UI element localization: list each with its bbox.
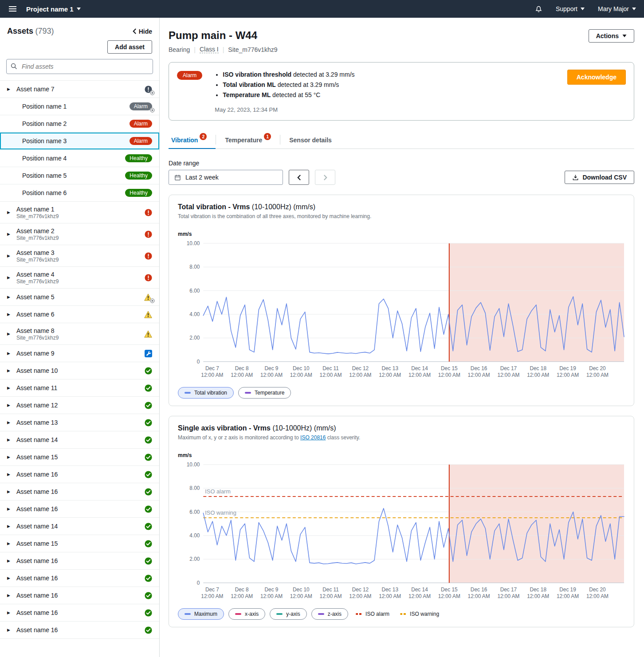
expand-caret-icon[interactable]: ▶ (7, 559, 12, 563)
series-swatch-icon (276, 613, 283, 615)
asset-row[interactable]: ▶Asset name 16 (0, 604, 159, 622)
expand-caret-icon[interactable]: ▶ (7, 254, 12, 258)
asset-row[interactable]: ▶Asset name 16 (0, 483, 159, 501)
tab-vibration[interactable]: Vibration2 (169, 137, 216, 149)
legend-item-temperature[interactable]: Temperature (238, 387, 291, 399)
asset-class-link[interactable]: Class I (200, 46, 219, 53)
menu-icon[interactable] (8, 4, 17, 13)
asset-row[interactable]: ▶Asset name 6 (0, 306, 159, 323)
date-range-select[interactable]: Last 2 week (169, 170, 283, 185)
asset-row[interactable]: ▶Asset name 11 (0, 379, 159, 397)
expand-caret-icon[interactable]: ▶ (7, 628, 12, 632)
asset-row[interactable]: ▶Asset name 14 (0, 431, 159, 449)
asset-row[interactable]: ▶Asset name 15 (0, 535, 159, 552)
expand-caret-icon[interactable]: ▶ (7, 524, 12, 528)
legend-item-total-vibration[interactable]: Total vibration (178, 387, 234, 399)
asset-row[interactable]: ▶Asset name 4Site_m776v1khz9 (0, 267, 159, 289)
svg-text:12:00 AM: 12:00 AM (468, 372, 490, 378)
expand-caret-icon[interactable]: ▶ (7, 507, 12, 511)
expand-caret-icon[interactable]: ▶ (7, 312, 12, 317)
expand-caret-icon[interactable]: ▶ (7, 210, 12, 215)
asset-row[interactable]: ▶Asset name 9 (0, 345, 159, 362)
previous-range-button[interactable] (289, 170, 309, 185)
asset-row[interactable]: ▶Asset name 2Site_m776v1khz9 (0, 223, 159, 245)
next-range-button[interactable] (315, 170, 335, 185)
iso-20816-link[interactable]: ISO 20816 (300, 434, 326, 441)
position-row[interactable]: Position name 2Alarm (0, 115, 159, 133)
expand-caret-icon[interactable]: ▶ (7, 332, 12, 336)
asset-row[interactable]: ▶Asset name 13 (0, 414, 159, 431)
expand-caret-icon[interactable]: ▶ (7, 295, 12, 299)
asset-row[interactable]: ▶Asset name 8Site_m776v1khz9 (0, 323, 159, 345)
svg-text:Dec 9: Dec 9 (265, 587, 279, 593)
calendar-icon (174, 174, 181, 181)
svg-text:12:00 AM: 12:00 AM (557, 594, 579, 600)
legend-item-x-axis[interactable]: x-axis (228, 608, 265, 620)
alert-message: Total vibration ML detected at 3.29 mm/s (223, 80, 554, 90)
expand-caret-icon[interactable]: ▶ (7, 87, 12, 91)
asset-row[interactable]: ▶Asset name 1Site_m776v1khz9 (0, 202, 159, 223)
svg-text:12:00 AM: 12:00 AM (438, 594, 460, 600)
notifications-bell-icon[interactable] (535, 5, 542, 13)
search-input[interactable] (6, 59, 153, 74)
expand-caret-icon[interactable]: ▶ (7, 438, 12, 442)
svg-text:12:00 AM: 12:00 AM (201, 372, 223, 378)
actions-button[interactable]: Actions (589, 29, 634, 43)
expand-caret-icon[interactable]: ▶ (7, 489, 12, 494)
series-swatch-icon (400, 613, 406, 615)
expand-caret-icon[interactable]: ▶ (7, 576, 12, 580)
tab-sensor-details[interactable]: Sensor details (280, 137, 341, 149)
position-row[interactable]: Position name 5Healthy (0, 167, 159, 184)
expand-caret-icon[interactable]: ▶ (7, 455, 12, 459)
asset-row[interactable]: ▶Asset name 12 (0, 397, 159, 414)
hide-panel-link[interactable]: Hide (133, 28, 152, 35)
legend-item-iso-alarm[interactable]: ISO alarm (353, 608, 393, 620)
expand-caret-icon[interactable]: ▶ (7, 351, 12, 356)
user-menu[interactable]: Mary Major (598, 5, 636, 12)
position-row[interactable]: Position name 4Healthy (0, 150, 159, 167)
expand-caret-icon[interactable]: ▶ (7, 610, 12, 615)
position-row[interactable]: Position name 1Alarm (0, 98, 159, 115)
expand-caret-icon[interactable]: ▶ (7, 420, 12, 425)
status-error-icon (145, 274, 152, 282)
position-row[interactable]: Position name 6Healthy (0, 184, 159, 202)
expand-caret-icon[interactable]: ▶ (7, 386, 12, 390)
asset-row[interactable]: ▶Asset name 16 (0, 570, 159, 587)
tab-temperature[interactable]: Temperature1 (216, 137, 280, 149)
asset-row[interactable]: ▶Asset name 16 (0, 587, 159, 604)
expand-caret-icon[interactable]: ▶ (7, 593, 12, 598)
legend-item-iso-warning[interactable]: ISO warning (397, 608, 442, 620)
expand-caret-icon[interactable]: ▶ (7, 541, 12, 546)
asset-row[interactable]: ▶Asset name 7 (0, 81, 159, 98)
status-healthy-icon (145, 592, 152, 599)
asset-row[interactable]: ▶Asset name 14 (0, 518, 159, 535)
svg-text:12:00 AM: 12:00 AM (497, 594, 519, 600)
asset-row[interactable]: ▶Asset name 10 (0, 362, 159, 379)
add-asset-button[interactable]: Add asset (107, 40, 152, 54)
project-selector[interactable]: Project name 1 (26, 5, 81, 13)
asset-row[interactable]: ▶Asset name 16 (0, 622, 159, 639)
status-healthy-icon (145, 384, 152, 392)
asset-row[interactable]: ▶Asset name 16 (0, 501, 159, 518)
expand-caret-icon[interactable]: ▶ (7, 275, 12, 280)
asset-row[interactable]: ▶Asset name 5 (0, 289, 159, 306)
item-label: Position name 4 (22, 155, 67, 162)
download-csv-button[interactable]: Download CSV (565, 171, 634, 184)
total-vibration-chart[interactable]: 02.004.006.008.0010.00Dec 712:00 AMDec 8… (178, 240, 625, 381)
legend-item-z-axis[interactable]: z-axis (311, 608, 348, 620)
item-label: Asset name 16 (16, 609, 58, 616)
position-row[interactable]: Position name 3Alarm (0, 133, 159, 150)
legend-item-maximum[interactable]: Maximum (178, 608, 224, 620)
support-menu[interactable]: Support (556, 5, 585, 12)
expand-caret-icon[interactable]: ▶ (7, 403, 12, 407)
asset-row[interactable]: ▶Asset name 16 (0, 466, 159, 483)
acknowledge-button[interactable]: Acknowledge (567, 70, 626, 85)
asset-row[interactable]: ▶Asset name 3Site_m776v1khz9 (0, 245, 159, 267)
expand-caret-icon[interactable]: ▶ (7, 368, 12, 373)
asset-row[interactable]: ▶Asset name 16 (0, 552, 159, 570)
expand-caret-icon[interactable]: ▶ (7, 232, 12, 236)
legend-item-y-axis[interactable]: y-axis (270, 608, 306, 620)
single-axis-vibration-chart[interactable]: 02.004.006.008.0010.00Dec 712:00 AMDec 8… (178, 461, 625, 602)
asset-row[interactable]: ▶Asset name 15 (0, 449, 159, 466)
expand-caret-icon[interactable]: ▶ (7, 472, 12, 477)
